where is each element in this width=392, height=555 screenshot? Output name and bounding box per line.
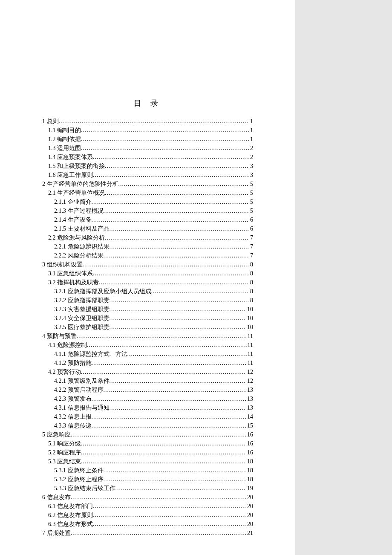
toc-entry-label: 4.1 危险源控制: [48, 341, 87, 350]
toc-entry-page: 6: [249, 215, 253, 224]
toc-title: 目 录: [42, 98, 253, 108]
toc-entry-page: 18: [246, 457, 253, 466]
toc-leader-dots: [104, 251, 250, 260]
toc-entry-label: 6.3 信息发布形式: [48, 520, 93, 529]
toc-entry-label: 4.2.2 预警启动程序: [54, 385, 104, 394]
toc-entry-page: 6: [249, 224, 253, 233]
toc-entry-page: 1: [249, 126, 253, 135]
toc-entry-label: 6.1 信息发布部门: [48, 502, 93, 511]
toc-leader-dots: [104, 206, 250, 215]
toc-entry: 4.2.1 预警级别及条件12: [42, 376, 253, 385]
toc-entry: 4.1.1 危险源监控方式、方法11: [42, 350, 253, 358]
toc-leader-dots: [81, 457, 246, 466]
toc-entry-label: 5.3 应急结束: [48, 457, 81, 466]
toc-entry: 4.2 预警行动12: [42, 367, 253, 376]
toc-leader-dots: [93, 502, 246, 511]
toc-entry-page: 16: [246, 430, 253, 439]
toc-entry: 2.1 生产经营单位概况5: [42, 188, 253, 197]
toc-entry-label: 5.1 响应分级: [48, 439, 81, 448]
toc-leader-dots: [81, 144, 249, 153]
toc-entry: 6.1 信息发布部门20: [42, 502, 253, 511]
toc-entry-label: 2.1.4 生产设备: [54, 215, 92, 224]
toc-entry-label: 1.6 应急工作原则: [48, 171, 93, 179]
toc-entry: 3.2.5 医疗救护组职责10: [42, 323, 253, 332]
toc-entry-page: 8: [249, 269, 253, 278]
toc-entry-label: 3 组织机构设置: [42, 260, 83, 269]
toc-entry-label: 4.2.3 预警发布: [54, 394, 92, 403]
toc-leader-dots: [92, 421, 247, 430]
toc-entry-page: 20: [246, 520, 253, 529]
toc-entry-label: 2.1.3 生产过程概况: [54, 206, 104, 215]
toc-entry: 5.3.1 应急终止条件18: [42, 466, 253, 475]
toc-entry-page: 1: [249, 117, 253, 126]
toc-entry-label: 3.2.4 安全保卫组职责: [54, 314, 110, 323]
toc-entry-page: 20: [246, 511, 253, 520]
toc-leader-dots: [92, 197, 250, 206]
toc-entry-page: 10: [246, 305, 253, 314]
toc-entry-label: 2.2.2 风险分析结果: [54, 251, 104, 260]
toc-leader-dots: [71, 529, 247, 538]
toc-entry-label: 4.2.1 预警级别及条件: [54, 376, 110, 385]
toc-entry-label: 5.3.1 应急终止条件: [54, 466, 104, 475]
toc-entry-page: 2: [249, 144, 253, 153]
toc-entry-page: 5: [249, 197, 253, 206]
toc-entry-label: 4.3.3 信息传递: [54, 421, 92, 430]
toc-leader-dots: [110, 323, 247, 332]
toc-entry: 1.3 适用范围2: [42, 144, 253, 153]
toc-entry-label: 2.1.1 企业简介: [54, 197, 92, 206]
toc-entry-label: 4.1.2 预防措施: [54, 358, 92, 367]
toc-entry-label: 2.1.5 主要材料及产品: [54, 224, 110, 233]
toc-entry-page: 10: [246, 314, 253, 323]
toc-entry-page: 20: [246, 493, 253, 502]
toc-entry-label: 2.2 危险源与风险分析: [48, 233, 105, 242]
toc-entry-label: 3.2.5 医疗救护组职责: [54, 323, 110, 332]
toc-entry: 6.2 信息发布原则20: [42, 511, 253, 520]
toc-entry: 5.3.3 应急结束后续工作19: [42, 484, 253, 493]
toc-entry-page: 13: [246, 385, 253, 394]
toc-entry-label: 1.5 和上级预案的衔接: [48, 162, 105, 171]
toc-entry-label: 5.3.3 应急结束后续工作: [54, 484, 115, 493]
toc-entry-page: 19: [246, 484, 253, 493]
toc-entry-label: 4.1.1 危险源监控方式、方法: [54, 350, 127, 358]
toc-entry-label: 4.3.2 信息上报: [54, 412, 92, 421]
toc-leader-dots: [105, 162, 249, 171]
toc-entry-page: 3: [249, 162, 253, 171]
toc-entry-page: 16: [246, 439, 253, 448]
toc-entry: 2.1.1 企业简介5: [42, 197, 253, 206]
toc-leader-dots: [81, 439, 246, 448]
toc-entry: 5.1 响应分级16: [42, 439, 253, 448]
toc-entry: 2.2 危险源与风险分析7: [42, 233, 253, 242]
toc-entry-label: 1.1 编制目的: [48, 126, 81, 135]
toc-entry: 5.2 响应程序16: [42, 448, 253, 457]
toc-entry-page: 8: [249, 278, 253, 287]
toc-entry-label: 1.2 编制依据: [48, 135, 81, 144]
toc-leader-dots: [110, 376, 247, 385]
toc-entry-label: 1 总则: [42, 117, 59, 126]
toc-leader-dots: [105, 233, 249, 242]
toc-entry: 1.1 编制目的1: [42, 126, 253, 135]
toc-leader-dots: [81, 367, 246, 376]
toc-entry-page: 8: [249, 296, 253, 305]
toc-entry: 6 信息发布20: [42, 493, 253, 502]
toc-entry-label: 3.2.1 应急指挥部及应急小组人员组成: [54, 287, 151, 296]
toc-leader-dots: [110, 224, 250, 233]
toc-leader-dots: [87, 341, 247, 350]
toc-leader-dots: [77, 332, 247, 341]
toc-entry: 2.2.2 风险分析结果7: [42, 251, 253, 260]
toc-entry: 4.3.3 信息传递15: [42, 421, 253, 430]
toc-leader-dots: [81, 135, 249, 144]
table-of-contents: 1 总则11.1 编制目的11.2 编制依据11.3 适用范围21.4 应急预案…: [42, 117, 253, 538]
toc-entry-label: 1.4 应急预案体系: [48, 153, 93, 162]
toc-leader-dots: [118, 179, 250, 188]
toc-entry-label: 3.2.3 灾害救援组职责: [54, 305, 110, 314]
toc-entry: 3.2.3 灾害救援组职责10: [42, 305, 253, 314]
toc-leader-dots: [81, 126, 249, 135]
toc-entry: 2.1.3 生产过程概况5: [42, 206, 253, 215]
toc-entry: 2.1.4 生产设备6: [42, 215, 253, 224]
toc-entry-page: 12: [246, 367, 253, 376]
toc-entry: 3.2 指挥机构及职责8: [42, 278, 253, 287]
document-page: 目 录 1 总则11.1 编制目的11.2 编制依据11.3 适用范围21.4 …: [0, 0, 295, 555]
toc-entry-page: 7: [249, 242, 253, 251]
toc-leader-dots: [99, 278, 249, 287]
toc-entry: 4 预防与预警11: [42, 332, 253, 341]
